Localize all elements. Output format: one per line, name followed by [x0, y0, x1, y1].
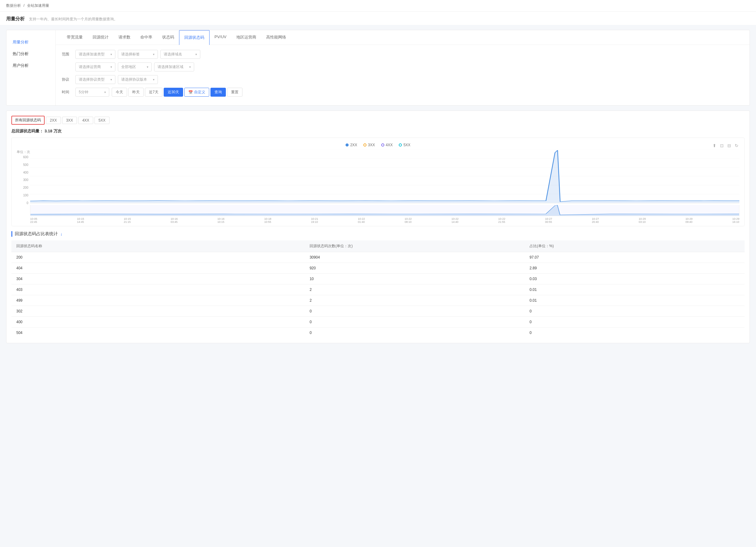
tab-origin[interactable]: 回源统计: [88, 30, 114, 45]
tab-region[interactable]: 地区运营商: [231, 30, 261, 45]
data-table: 回源状态码名称 回源状态码次数(单位：次) 占比(单位：%) 200 30904…: [11, 240, 745, 338]
table-section: 回源状态码占比表统计 ↓ 回源状态码名称 回源状态码次数(单位：次) 占比(单位…: [11, 231, 745, 338]
col-header-count: 回源状态码次数(单位：次): [305, 240, 525, 252]
btn-yesterday[interactable]: 昨天: [128, 88, 144, 97]
result-section: 所有回源状态码 2XX 3XX 4XX 5XX 总回源状态码量： 3.: [6, 110, 750, 343]
page-title: 用量分析: [6, 16, 25, 22]
col-header-name: 回源状态码名称: [11, 240, 305, 252]
nav-item-hot[interactable]: 热门分析: [6, 48, 55, 60]
mini-chart-svg: [30, 205, 739, 216]
x-axis-labels: 10-0522:45 10-1514:45 10-1521:15 10-1603…: [30, 217, 739, 223]
calendar-icon: 📅: [188, 90, 193, 94]
select-tag[interactable]: 请选择标签 ▾: [118, 50, 158, 59]
table-section-header: 回源状态码占比表统计 ↓: [11, 231, 745, 237]
cell-count: 920: [305, 263, 525, 274]
tab-bandwidth[interactable]: 带宽流量: [62, 30, 88, 45]
btn-query[interactable]: 查询: [210, 88, 226, 97]
tab-statuscode[interactable]: 状态码: [157, 30, 179, 45]
filter-row-scope: 范围 请选择加速类型 ▾ 请选择标签 ▾ 请选择域名 ▾: [62, 50, 743, 59]
cell-count: 10: [305, 274, 525, 285]
nav-item-usage[interactable]: 用量分析: [6, 36, 55, 48]
status-tab-4xx[interactable]: 4XX: [78, 117, 93, 124]
chart-inner: 单位：次 600 500 400 300 200 100 0: [17, 150, 739, 223]
select-region[interactable]: 全部地区 ▾: [118, 62, 152, 71]
cell-count: 0: [305, 317, 525, 328]
legend-4xx: 4XX: [381, 143, 393, 147]
resize-icon[interactable]: ⊡: [719, 143, 725, 148]
table-section-title: 回源状态码占比表统计: [11, 231, 58, 237]
arrow-down-icon: ▾: [104, 90, 106, 94]
select-operator[interactable]: 请选择运营商 ▾: [75, 62, 115, 71]
tab-bar: 带宽流量 回源统计 请求数 命中率 状态码 回源状态码 PV/UV 地区运营商 …: [56, 30, 750, 45]
btn-custom[interactable]: 📅 自定义: [184, 88, 209, 97]
arrow-down-icon: ▾: [110, 78, 112, 81]
cell-name: 200: [11, 252, 305, 263]
btn-reset[interactable]: 重置: [227, 88, 242, 97]
select-accel-type[interactable]: 请选择加速类型 ▾: [75, 50, 115, 59]
fullscreen-icon[interactable]: ⊟: [726, 143, 732, 148]
table-row: 302 0 0: [11, 306, 745, 317]
breadcrumb: 数据分析 / 全站加速用量: [0, 0, 756, 12]
breadcrumb-current: 全站加速用量: [27, 3, 49, 8]
page-header: 用量分析 支持一年内、最长时间跨度为一个月的用量数据查询。: [0, 12, 756, 25]
cell-name: 499: [11, 295, 305, 306]
cell-count: 0: [305, 306, 525, 317]
chart-legend: 2XX 3XX 4XX 5XX: [17, 143, 739, 147]
cell-count: 0: [305, 328, 525, 338]
tab-hitrate[interactable]: 命中率: [135, 30, 157, 45]
filter-row-scope2: 请选择运营商 ▾ 全部地区 ▾ 请选择加速区域 ▾: [75, 62, 743, 71]
arrow-down-icon: ▾: [189, 65, 191, 69]
table-row: 403 2 0.01: [11, 285, 745, 295]
status-tab-5xx[interactable]: 5XX: [94, 117, 110, 124]
cell-ratio: 0.01: [525, 285, 745, 295]
table-row: 400 0 0: [11, 317, 745, 328]
breadcrumb-root: 数据分析: [6, 3, 21, 8]
legend-dot-5xx: [399, 143, 402, 146]
cell-count: 30904: [305, 252, 525, 263]
tab-highperf[interactable]: 高性能网络: [261, 30, 291, 45]
chart-container: 2XX 3XX 4XX 5XX: [11, 138, 745, 226]
y-axis: 单位：次 600 500 400 300 200 100 0: [17, 150, 30, 205]
btn-30days[interactable]: 近30天: [164, 88, 183, 97]
cell-name: 400: [11, 317, 305, 328]
chart-toolbar: ⬆ ⊡ ⊟ ↻: [712, 143, 739, 148]
cell-ratio: 0.01: [525, 295, 745, 306]
cell-name: 504: [11, 328, 305, 338]
cell-ratio: 2.89: [525, 263, 745, 274]
svg-marker-8: [30, 205, 739, 216]
chart-svg-area: 10-0522:45 10-1514:45 10-1521:15 10-1603…: [30, 150, 739, 223]
select-accel-region[interactable]: 请选择加速区域 ▾: [154, 62, 194, 71]
select-protocol-type[interactable]: 请选择协议类型 ▾: [75, 75, 115, 84]
btn-today[interactable]: 今天: [112, 88, 127, 97]
arrow-down-icon: ▾: [147, 65, 148, 69]
legend-2xx: 2XX: [346, 143, 357, 147]
select-protocol-version[interactable]: 请选择协议版本 ▾: [118, 75, 158, 84]
status-tab-2xx[interactable]: 2XX: [46, 117, 61, 124]
cell-ratio: 0.03: [525, 274, 745, 285]
download-icon[interactable]: ↓: [60, 231, 62, 236]
table-row: 504 0 0: [11, 328, 745, 338]
time-label: 时间: [62, 90, 73, 95]
status-tab-3xx[interactable]: 3XX: [62, 117, 77, 124]
filter-row-time: 时间 5分钟 ▾ 今天 昨天 近7天 近30天: [62, 88, 743, 97]
filter-section: 范围 请选择加速类型 ▾ 请选择标签 ▾ 请选择域名 ▾: [56, 45, 750, 105]
cell-count: 2: [305, 285, 525, 295]
btn-7days[interactable]: 近7天: [145, 88, 162, 97]
status-tab-all[interactable]: 所有回源状态码: [11, 116, 45, 125]
main-content: 用量分析 热门分析 用户分析 带宽流量 回源统计: [0, 25, 756, 348]
tab-originstatus[interactable]: 回源状态码: [179, 30, 210, 45]
cell-name: 404: [11, 263, 305, 274]
unit-label: 单位：次: [17, 150, 30, 154]
cell-ratio: 97.07: [525, 252, 745, 263]
export-icon[interactable]: ⬆: [712, 143, 717, 148]
nav-item-user[interactable]: 用户分析: [6, 60, 55, 71]
select-domain[interactable]: 请选择域名 ▾: [160, 50, 200, 59]
tab-pvuv[interactable]: PV/UV: [210, 30, 231, 45]
tab-requests[interactable]: 请求数: [114, 30, 135, 45]
y-values: 600 500 400 300 200 100 0: [17, 155, 30, 205]
main-chart-svg: [30, 150, 739, 203]
breadcrumb-sep: /: [23, 3, 24, 8]
select-time-granularity[interactable]: 5分钟 ▾: [75, 88, 109, 97]
refresh-icon[interactable]: ↻: [734, 143, 739, 148]
legend-dot-2xx: [346, 143, 349, 146]
